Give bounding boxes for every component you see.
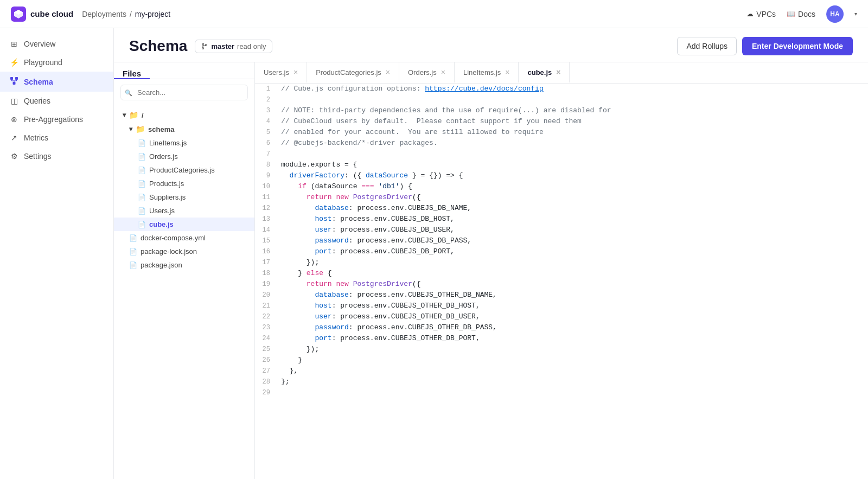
grid-icon: ⊞ — [10, 40, 18, 48]
breadcrumb: Deployments / my-project — [82, 10, 170, 18]
code-line: 10 if (dataSource === 'db1') { — [255, 181, 868, 192]
line-number: 21 — [255, 301, 279, 311]
tree-item-suppliers[interactable]: 📄 Suppliers.js — [114, 190, 254, 204]
sidebar-label-schema: Schema — [24, 78, 53, 86]
tab-close-icon[interactable]: × — [505, 68, 509, 76]
gear-icon: ⚙ — [10, 152, 18, 161]
tab-label: Users.js — [264, 68, 289, 76]
line-content: user: process.env.CUBEJS_OTHER_DB_USER, — [279, 311, 868, 322]
file-search-input[interactable] — [120, 85, 248, 100]
tree-label-users: Users.js — [149, 207, 175, 215]
code-line: 5// enabled for your account. You are st… — [255, 127, 868, 138]
line-content: // @cubejs-backend/*-driver packages. — [279, 138, 868, 149]
tab-users[interactable]: Users.js× — [255, 62, 307, 83]
enter-dev-mode-button[interactable]: Enter Development Mode — [742, 37, 853, 55]
files-header-row: Files — [114, 62, 254, 79]
sidebar-item-metrics[interactable]: ↗ Metrics — [0, 129, 113, 147]
book-icon: 📖 — [787, 10, 795, 18]
add-rollups-button[interactable]: Add Rollups — [677, 37, 737, 55]
tab-close-icon[interactable]: × — [441, 68, 445, 76]
tree-item-schema-folder[interactable]: 📁 schema — [114, 122, 254, 136]
sidebar-item-queries[interactable]: ◫ Queries — [0, 92, 113, 110]
tab-cube-js[interactable]: cube.js× — [519, 62, 570, 83]
tree-item-docker-compose[interactable]: 📄 docker-compose.yml — [114, 231, 254, 245]
line-number: 1 — [255, 84, 279, 94]
tab-product-categories[interactable]: ProductCategories.js× — [307, 62, 399, 83]
schema-icon — [10, 76, 18, 87]
user-avatar[interactable]: HA — [826, 5, 844, 23]
tree-item-package-json[interactable]: 📄 package.json — [114, 258, 254, 272]
tree-item-cube-js[interactable]: 📄 cube.js — [114, 218, 254, 231]
tree-item-root[interactable]: 📁 / — [114, 108, 254, 122]
svg-rect-1 — [10, 77, 13, 80]
logo[interactable]: cube cloud — [11, 7, 73, 22]
line-number: 18 — [255, 268, 279, 279]
sidebar-item-playground[interactable]: ⚡ Playground — [0, 53, 113, 72]
tab-close-icon[interactable]: × — [293, 68, 298, 76]
tree-item-package-lock[interactable]: 📄 package-lock.json — [114, 245, 254, 258]
breadcrumb-deployments[interactable]: Deployments — [82, 10, 126, 18]
code-line: 24 port: process.env.CUBEJS_OTHER_DB_POR… — [255, 333, 868, 344]
line-number: 29 — [255, 387, 279, 398]
docs-link[interactable]: 📖 Docs — [787, 10, 815, 18]
tree-item-lineItems[interactable]: 📄 LineItems.js — [114, 136, 254, 150]
tree-label-docker-compose: docker-compose.yml — [141, 234, 206, 242]
sidebar-item-schema[interactable]: Schema — [0, 72, 113, 92]
tree-item-products[interactable]: 📄 Products.js — [114, 177, 254, 190]
line-number: 27 — [255, 366, 279, 376]
line-content: return new PostgresDriver({ — [279, 192, 868, 203]
file-icon: 📄 — [129, 261, 137, 269]
file-icon: 📄 — [138, 207, 146, 215]
cube-cloud-logo — [11, 7, 26, 22]
tree-item-orders[interactable]: 📄 Orders.js — [114, 150, 254, 163]
files-header: Files — [114, 62, 150, 79]
line-number: 5 — [255, 127, 279, 138]
schema-body: Files 📁 / � — [114, 62, 868, 479]
branch-status: read only — [237, 42, 266, 50]
expand-icon — [123, 111, 126, 119]
file-icon: 📄 — [138, 167, 146, 174]
chevron-down-icon[interactable]: ▾ — [854, 11, 857, 17]
line-content: database: process.env.CUBEJS_OTHER_DB_NA… — [279, 290, 868, 301]
line-content: database: process.env.CUBEJS_DB_NAME, — [279, 203, 868, 214]
line-number: 12 — [255, 203, 279, 214]
sidebar-item-overview[interactable]: ⊞ Overview — [0, 35, 113, 53]
code-line: 17 }); — [255, 257, 868, 268]
line-content: module.exports = { — [279, 159, 868, 170]
tab-orders[interactable]: Orders.js× — [399, 62, 455, 83]
code-line: 27 }, — [255, 366, 868, 376]
sidebar-label-overview: Overview — [24, 40, 55, 48]
topnav-left: cube cloud Deployments / my-project — [11, 7, 170, 22]
line-number: 26 — [255, 355, 279, 366]
code-editor[interactable]: 1// Cube.js configuration options: https… — [255, 84, 868, 479]
vpcs-link[interactable]: ☁ VPCs — [746, 10, 776, 18]
line-number: 6 — [255, 138, 279, 149]
code-line: 15 password: process.env.CUBEJS_DB_PASS, — [255, 235, 868, 246]
code-line: 21 host: process.env.CUBEJS_OTHER_DB_HOS… — [255, 301, 868, 311]
code-line: 20 database: process.env.CUBEJS_OTHER_DB… — [255, 290, 868, 301]
line-number: 25 — [255, 344, 279, 355]
code-line: 11 return new PostgresDriver({ — [255, 192, 868, 203]
line-content: driverFactory: ({ dataSource } = {}) => … — [279, 170, 868, 181]
tab-line-items[interactable]: LineItems.js× — [455, 62, 519, 83]
code-line: 13 host: process.env.CUBEJS_DB_HOST, — [255, 214, 868, 225]
file-icon: 📄 — [138, 139, 146, 147]
line-content: host: process.env.CUBEJS_DB_HOST, — [279, 214, 868, 225]
sidebar-item-pre-aggregations[interactable]: ⊗ Pre-Aggregations — [0, 110, 113, 129]
line-number: 13 — [255, 214, 279, 225]
line-content: return new PostgresDriver({ — [279, 279, 868, 290]
code-line: 25 }); — [255, 344, 868, 355]
schema-title: Schema — [129, 37, 187, 55]
tab-close-icon[interactable]: × — [386, 68, 390, 76]
tab-close-icon[interactable]: × — [556, 68, 560, 76]
sidebar-item-settings[interactable]: ⚙ Settings — [0, 147, 113, 165]
line-content: user: process.env.CUBEJS_DB_USER, — [279, 225, 868, 235]
tree-item-productCategories[interactable]: 📄 ProductCategories.js — [114, 163, 254, 177]
tab-label: cube.js — [527, 68, 552, 76]
tree-label-cube-js: cube.js — [149, 220, 174, 228]
tree-label-orders: Orders.js — [149, 152, 178, 161]
sidebar: ⊞ Overview ⚡ Playground Schema — [0, 28, 114, 479]
tree-item-users[interactable]: 📄 Users.js — [114, 204, 254, 218]
code-line: 3// NOTE: third-party dependencies and t… — [255, 105, 868, 116]
folder-icon: 📁 — [136, 125, 145, 133]
